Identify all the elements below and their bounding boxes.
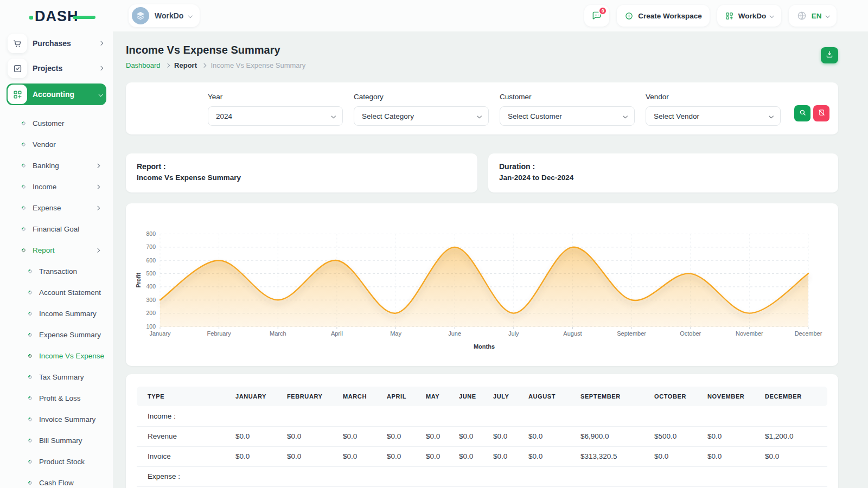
breadcrumb-separator-icon — [202, 63, 206, 68]
cell-value: $0.0 — [482, 426, 518, 446]
select-year[interactable]: 2024 — [208, 106, 343, 126]
x-tick-label: January — [149, 330, 171, 337]
y-tick-label: 700 — [146, 243, 156, 250]
table-row-invoice: Invoice$0.0$0.0$0.0$0.0$0.0$0.0$0.0$0.0$… — [137, 446, 827, 466]
sidebar-item-financial-goal[interactable]: Financial Goal — [0, 219, 113, 240]
brand-logo[interactable]: DASH — [29, 8, 79, 25]
select-category[interactable]: Select Category — [354, 106, 489, 126]
cell-value: $0.0 — [518, 446, 570, 466]
sidebar-item-account-statement[interactable]: Account Statement — [0, 282, 113, 303]
summary-card-label: Report : — [137, 162, 467, 171]
sidebar-item-income[interactable]: Income — [0, 176, 113, 197]
cell-value: $6,900.0 — [570, 426, 643, 446]
bullet-ring-icon — [21, 121, 27, 126]
sidebar-item-cash-flow[interactable]: Cash Flow — [0, 472, 113, 488]
sidebar-item-transaction[interactable]: Transaction — [0, 261, 113, 282]
chat-bubble-icon: 0 — [591, 10, 602, 21]
sidebar-item-customer[interactable]: Customer — [0, 113, 113, 134]
bullet-ring-icon — [28, 354, 33, 359]
bullet-ring-icon — [28, 459, 33, 465]
sidebar-item-invoice-summary[interactable]: Invoice Summary — [0, 409, 113, 430]
language-label: EN — [812, 12, 822, 20]
workspace-avatar — [132, 7, 149, 24]
x-tick-label: September — [617, 330, 646, 337]
workspace-switcher[interactable]: WorkDo — [129, 4, 200, 27]
sidebar-item-income-vs-expense[interactable]: Income Vs Expense — [0, 345, 113, 367]
bullet-ring-icon — [28, 311, 33, 317]
breadcrumb: DashboardReportIncome Vs Expense Summary — [126, 61, 838, 69]
messages-button[interactable]: 0 — [584, 5, 609, 27]
sidebar-item-tax-summary[interactable]: Tax Summary — [0, 367, 113, 388]
sidebar-item-expense[interactable]: Expense — [0, 197, 113, 219]
sidebar-item-expense-summary[interactable]: Expense Summary — [0, 324, 113, 345]
chevron-right-icon — [95, 248, 99, 253]
workdo-menu-button[interactable]: WorkDo — [717, 5, 781, 27]
chevron-down-icon — [331, 114, 335, 118]
sidebar-item-banking[interactable]: Banking — [0, 155, 113, 176]
sidebar-item-accounting[interactable]: Accounting — [7, 84, 106, 105]
sidebar-item-income-summary[interactable]: Income Summary — [0, 303, 113, 324]
y-tick-label: 800 — [146, 230, 156, 237]
y-tick-label: 100 — [146, 323, 156, 330]
sidebar-item-vendor[interactable]: Vendor — [0, 134, 113, 155]
y-tick-label: 500 — [146, 270, 156, 277]
breadcrumb-dashboard[interactable]: Dashboard — [126, 61, 161, 69]
cart-icon — [8, 34, 27, 53]
sidebar-item-report[interactable]: Report — [0, 240, 113, 261]
y-tick-label: 300 — [146, 297, 156, 303]
bullet-ring-icon — [28, 396, 33, 401]
sidebar-item-bill-summary[interactable]: Bill Summary — [0, 430, 113, 451]
sidebar-item-label: Cash Flow — [39, 479, 113, 487]
row-type: Invoice — [137, 446, 225, 466]
x-tick-label: April — [331, 330, 343, 337]
logo-text: DASH — [35, 9, 79, 24]
search-button[interactable] — [794, 105, 810, 121]
x-tick-label: August — [563, 330, 582, 337]
summary-card-value: Income Vs Expense Summary — [137, 174, 467, 182]
bullet-ring-icon — [21, 206, 27, 211]
breadcrumb-report[interactable]: Report — [174, 61, 197, 69]
filter-label: Category — [354, 93, 489, 101]
cell-value: $0.0 — [643, 446, 697, 466]
sidebar-item-projects[interactable]: Projects — [8, 59, 106, 78]
sidebar-item-purchases[interactable]: Purchases — [8, 34, 106, 53]
sidebar-item-product-stock[interactable]: Product Stock — [0, 451, 113, 472]
filter-group-customer: CustomerSelect Customer — [500, 93, 635, 126]
table-row-revenue: Revenue$0.0$0.0$0.0$0.0$0.0$0.0$0.0$0.0$… — [137, 426, 827, 446]
create-workspace-label: Create Workspace — [638, 12, 702, 20]
page-header: Income Vs Expense Summary DashboardRepor… — [126, 31, 838, 82]
column-header-september: SEPTEMBER — [570, 387, 643, 406]
x-tick-label: December — [795, 330, 822, 337]
x-tick-label: October — [680, 330, 701, 337]
profit-chart-card: 100200300400500600700800JanuaryFebruaryM… — [126, 203, 838, 366]
summary-card-report: Report :Income Vs Expense Summary — [126, 153, 477, 192]
chevron-down-icon — [770, 14, 774, 18]
chevron-down-icon — [825, 14, 829, 18]
summary-card-label: Duration : — [499, 162, 827, 171]
select-customer[interactable]: Select Customer — [500, 106, 635, 126]
section-label: Income : — [137, 406, 827, 426]
reset-button[interactable] — [813, 105, 829, 121]
filter-label: Customer — [500, 93, 635, 101]
cell-value: $0.0 — [448, 446, 482, 466]
sidebar-main-nav: PurchasesProjectsAccounting — [0, 31, 113, 105]
workdo-menu-label: WorkDo — [738, 12, 767, 20]
select-vendor[interactable]: Select Vendor — [646, 106, 781, 126]
create-workspace-button[interactable]: Create Workspace — [617, 5, 710, 27]
summary-card-value: Jan-2024 to Dec-2024 — [499, 174, 827, 182]
x-tick-label: July — [508, 330, 519, 337]
filter-group-vendor: VendorSelect Vendor — [646, 93, 781, 126]
cell-value: $0.0 — [415, 446, 448, 466]
sidebar-item-profit-loss[interactable]: Profit & Loss — [0, 388, 113, 409]
language-selector[interactable]: EN — [789, 5, 837, 27]
column-header-june: JUNE — [448, 387, 482, 406]
logo-accent-bar — [73, 16, 95, 19]
summary-cards: Report :Income Vs Expense SummaryDuratio… — [126, 153, 838, 192]
check-square-icon — [8, 59, 27, 78]
globe-icon — [796, 10, 807, 21]
income-expense-table: TYPEJANUARYFEBRUARYMARCHAPRILMAYJUNEJULY… — [137, 387, 827, 487]
bullet-ring-icon — [28, 480, 33, 486]
bullet-ring-icon — [28, 438, 33, 444]
download-button[interactable] — [821, 47, 838, 63]
bullet-ring-icon — [28, 417, 33, 422]
